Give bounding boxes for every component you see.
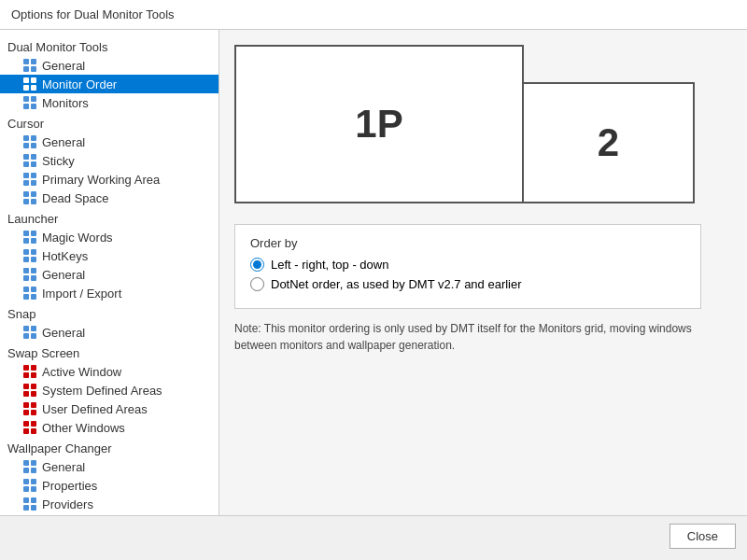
sidebar-item-sticky[interactable]: Sticky bbox=[0, 151, 218, 170]
sidebar-item-label-primary-working-area: Primary Working Area bbox=[42, 173, 160, 187]
svg-rect-26 bbox=[23, 199, 29, 204]
svg-rect-32 bbox=[23, 249, 29, 255]
close-button[interactable]: Close bbox=[669, 524, 736, 549]
svg-rect-1 bbox=[31, 59, 36, 64]
svg-rect-16 bbox=[23, 154, 29, 160]
sidebar-item-label-general-dmt: General bbox=[42, 59, 85, 73]
svg-rect-47 bbox=[31, 333, 36, 339]
monitor-2: 2 bbox=[522, 82, 695, 203]
svg-rect-50 bbox=[23, 372, 29, 378]
svg-rect-74 bbox=[23, 505, 29, 511]
sidebar-item-label-other-windows: Other Windows bbox=[42, 421, 125, 435]
svg-rect-28 bbox=[23, 231, 29, 236]
sidebar-item-system-defined-areas[interactable]: System Defined Areas bbox=[0, 381, 218, 399]
order-box: Order by Left - right, top - downDotNet … bbox=[234, 224, 701, 309]
sidebar-item-import-export[interactable]: Import / Export bbox=[0, 284, 218, 302]
svg-rect-35 bbox=[31, 257, 36, 262]
svg-rect-46 bbox=[23, 333, 29, 339]
grid-icon bbox=[22, 190, 37, 205]
svg-rect-70 bbox=[23, 486, 29, 492]
svg-rect-49 bbox=[31, 365, 36, 371]
svg-rect-65 bbox=[31, 460, 36, 466]
svg-rect-33 bbox=[31, 249, 36, 255]
svg-rect-43 bbox=[31, 294, 36, 300]
sidebar-item-active-window[interactable]: Active Window bbox=[0, 362, 218, 381]
radio-input-radio-lr-td[interactable] bbox=[250, 258, 264, 272]
svg-rect-4 bbox=[23, 77, 29, 83]
sidebar-group-label: Cursor bbox=[0, 112, 218, 133]
radio-label-radio-dotnet: DotNet order, as used by DMT v2.7 and ea… bbox=[271, 277, 522, 291]
grid-icon bbox=[22, 267, 37, 282]
svg-rect-22 bbox=[23, 180, 29, 186]
sidebar-item-launcher-general[interactable]: General bbox=[0, 265, 218, 284]
svg-rect-23 bbox=[31, 180, 36, 186]
sidebar-group-label: Wallpaper Changer bbox=[0, 437, 218, 457]
svg-rect-29 bbox=[31, 231, 36, 236]
svg-rect-66 bbox=[23, 468, 29, 473]
sidebar-item-snap-general[interactable]: General bbox=[0, 323, 218, 342]
sidebar-item-monitors[interactable]: Monitors bbox=[0, 93, 218, 112]
svg-rect-61 bbox=[31, 421, 36, 427]
svg-rect-41 bbox=[31, 287, 36, 292]
svg-rect-0 bbox=[23, 59, 29, 64]
sidebar-item-other-windows[interactable]: Other Windows bbox=[0, 418, 218, 437]
svg-rect-38 bbox=[23, 275, 29, 281]
sidebar-item-primary-working-area[interactable]: Primary Working Area bbox=[0, 170, 218, 189]
radio-input-radio-dotnet[interactable] bbox=[250, 277, 264, 291]
radio-option-radio-lr-td[interactable]: Left - right, top - down bbox=[250, 258, 685, 272]
svg-rect-44 bbox=[23, 326, 29, 331]
svg-rect-67 bbox=[31, 468, 36, 473]
svg-rect-37 bbox=[31, 268, 36, 273]
svg-rect-5 bbox=[31, 77, 36, 83]
svg-rect-59 bbox=[31, 410, 36, 415]
sidebar-item-general-dmt[interactable]: General bbox=[0, 56, 218, 75]
svg-rect-60 bbox=[23, 421, 29, 427]
sidebar-item-label-launcher-general: General bbox=[42, 268, 85, 282]
swap-icon bbox=[22, 364, 37, 379]
radio-label-radio-lr-td: Left - right, top - down bbox=[271, 258, 388, 272]
sidebar-item-dead-space[interactable]: Dead Space bbox=[0, 189, 218, 207]
svg-rect-14 bbox=[23, 143, 29, 148]
svg-rect-17 bbox=[31, 154, 36, 160]
svg-rect-53 bbox=[31, 384, 36, 389]
monitor-1p: 1P bbox=[234, 45, 524, 203]
sidebar-item-user-defined-areas[interactable]: User Defined Areas bbox=[0, 399, 218, 418]
sidebar-item-label-properties: Properties bbox=[42, 479, 97, 493]
svg-rect-31 bbox=[31, 238, 36, 244]
grid-icon bbox=[22, 497, 37, 511]
svg-rect-40 bbox=[23, 287, 29, 292]
sidebar-item-label-hotkeys: HotKeys bbox=[42, 249, 88, 263]
svg-rect-30 bbox=[23, 238, 29, 244]
svg-rect-19 bbox=[31, 161, 36, 167]
sidebar-item-monitor-order[interactable]: Monitor Order bbox=[0, 75, 218, 93]
title-bar: Options for Dual Monitor Tools bbox=[0, 0, 747, 30]
svg-rect-24 bbox=[23, 191, 29, 197]
svg-rect-55 bbox=[31, 391, 36, 397]
footer: Close bbox=[0, 515, 747, 556]
svg-rect-42 bbox=[23, 294, 29, 300]
svg-rect-8 bbox=[23, 96, 29, 102]
svg-rect-25 bbox=[31, 191, 36, 197]
sidebar-item-label-magic-words: Magic Words bbox=[42, 231, 113, 245]
swap-icon bbox=[22, 420, 37, 435]
sidebar-item-magic-words[interactable]: Magic Words bbox=[0, 228, 218, 246]
svg-rect-56 bbox=[23, 402, 29, 408]
radio-option-radio-dotnet[interactable]: DotNet order, as used by DMT v2.7 and ea… bbox=[250, 277, 685, 291]
sidebar-item-label-monitor-order: Monitor Order bbox=[42, 77, 117, 91]
grid-icon bbox=[22, 325, 37, 340]
sidebar-item-label-cursor-general: General bbox=[42, 135, 85, 149]
svg-rect-64 bbox=[23, 460, 29, 466]
grid-icon bbox=[22, 172, 37, 187]
grid-icon bbox=[22, 478, 37, 493]
sidebar-item-wallpaper-general[interactable]: General bbox=[0, 457, 218, 476]
sidebar-item-properties[interactable]: Properties bbox=[0, 476, 218, 495]
grid-icon bbox=[22, 286, 37, 301]
sidebar-item-cursor-general[interactable]: General bbox=[0, 133, 218, 151]
sidebar-item-providers[interactable]: Providers bbox=[0, 495, 218, 513]
swap-icon bbox=[22, 401, 37, 416]
sidebar-item-hotkeys[interactable]: HotKeys bbox=[0, 246, 218, 265]
grid-icon bbox=[22, 77, 37, 91]
svg-rect-72 bbox=[23, 497, 29, 503]
svg-rect-48 bbox=[23, 365, 29, 371]
svg-rect-71 bbox=[31, 486, 36, 492]
